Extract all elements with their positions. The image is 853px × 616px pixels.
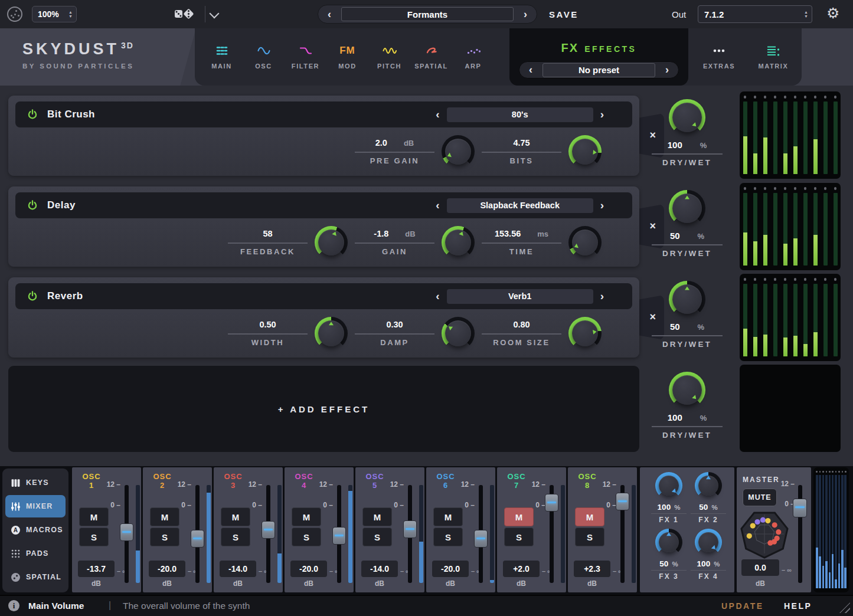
dry-wet-value[interactable]: 50	[670, 322, 680, 332]
param-value[interactable]: 153.56	[495, 229, 521, 238]
output-format-selector[interactable]: 7.1.2 ▲▼	[698, 5, 812, 23]
sidebar-item-macros[interactable]: AMACROS	[5, 519, 66, 541]
fader-handle[interactable]	[545, 494, 558, 512]
fx-send-knob[interactable]	[655, 472, 682, 499]
effect-preset-name[interactable]: Slapback Feedback	[447, 198, 593, 213]
next-preset-arrow[interactable]: ›	[514, 8, 537, 21]
power-icon[interactable]	[27, 109, 38, 120]
master-fader[interactable]	[798, 485, 802, 583]
fx-send-knob[interactable]	[655, 529, 682, 556]
update-button[interactable]: UPDATE	[721, 601, 764, 611]
volume-fader[interactable]	[266, 485, 270, 583]
dry-wet-knob[interactable]	[669, 99, 705, 136]
param-value[interactable]: 0.50	[259, 320, 276, 329]
dry-wet-knob[interactable]	[669, 372, 705, 408]
prev-preset-arrow[interactable]: ‹	[436, 108, 439, 121]
settings-gear-icon[interactable]: ⚙	[826, 5, 839, 22]
volume-fader[interactable]	[620, 485, 625, 583]
fader-handle[interactable]	[616, 493, 629, 510]
mute-button[interactable]: M	[79, 507, 109, 526]
dry-wet-value[interactable]: 100	[668, 412, 682, 422]
sidebar-item-mixer[interactable]: MIXER	[5, 495, 66, 517]
power-icon[interactable]	[27, 291, 38, 302]
prev-preset-arrow[interactable]: ‹	[436, 199, 439, 212]
tab-arp[interactable]: ARP	[452, 28, 494, 86]
effect-preset-name[interactable]: Verb1	[447, 289, 593, 304]
next-preset-arrow[interactable]: ›	[600, 108, 604, 121]
solo-button[interactable]: S	[292, 527, 321, 546]
solo-button[interactable]: S	[504, 527, 534, 546]
param-knob[interactable]	[568, 226, 602, 259]
spatial-pad[interactable]	[739, 509, 790, 562]
zoom-selector[interactable]: 100% ▲▼	[32, 6, 77, 22]
mute-button[interactable]: M	[504, 507, 534, 526]
param-knob[interactable]	[442, 317, 475, 350]
param-value[interactable]: 58	[263, 229, 272, 238]
fader-handle[interactable]	[191, 530, 204, 548]
add-effect-button[interactable]: + ADD EFFECT	[8, 366, 639, 452]
volume-fader[interactable]	[195, 485, 200, 583]
param-knob[interactable]	[568, 135, 602, 168]
global-preset-selector[interactable]: ‹ Formants ›	[318, 5, 537, 24]
dry-wet-value[interactable]: 50	[670, 231, 680, 241]
mute-button[interactable]: M	[150, 507, 179, 526]
mute-button[interactable]: M	[575, 507, 604, 526]
dry-wet-knob[interactable]	[669, 190, 705, 227]
solo-button[interactable]: S	[575, 527, 604, 546]
fx-send-knob[interactable]	[695, 472, 722, 499]
dry-wet-value[interactable]: 100	[668, 140, 682, 150]
sidebar-item-keys[interactable]: KEYS	[5, 471, 66, 494]
channel-volume-value[interactable]: -20.0	[432, 561, 469, 577]
param-knob[interactable]	[568, 317, 602, 350]
randomize-dice-icon[interactable]	[175, 7, 196, 22]
fx-send-value[interactable]: 50	[659, 559, 668, 568]
solo-button[interactable]: S	[79, 527, 109, 546]
mute-button[interactable]: M	[292, 507, 321, 526]
param-knob[interactable]	[442, 226, 475, 259]
tab-fx-effects-active[interactable]: FXEFFECTS ‹ No preset ›	[509, 28, 688, 86]
volume-fader[interactable]	[479, 485, 483, 583]
chevron-down-icon[interactable]	[210, 9, 220, 19]
next-preset-arrow[interactable]: ›	[600, 199, 604, 212]
volume-fader[interactable]	[550, 485, 554, 583]
tab-mod[interactable]: FMMOD	[326, 28, 368, 86]
channel-volume-value[interactable]: -14.0	[361, 561, 398, 577]
zoom-stepper[interactable]: ▲▼	[68, 10, 73, 18]
fx-send-knob[interactable]	[695, 529, 722, 556]
effect-preset-name[interactable]: 80's	[447, 107, 593, 122]
fader-handle[interactable]	[403, 520, 417, 538]
volume-fader[interactable]	[337, 485, 341, 583]
effect-preset-selector[interactable]: ‹Verb1›	[436, 289, 604, 304]
fader-handle[interactable]	[262, 521, 275, 539]
volume-fader[interactable]	[408, 485, 412, 583]
master-mute-button[interactable]: MUTE	[743, 489, 777, 506]
output-stepper[interactable]: ▲▼	[804, 10, 808, 18]
fader-handle[interactable]	[474, 530, 488, 548]
fx-preset-selector[interactable]: ‹ No preset ›	[519, 61, 679, 78]
help-button[interactable]: HELP	[784, 601, 812, 611]
fx-preset-name[interactable]: No preset	[542, 63, 655, 77]
channel-volume-value[interactable]: -14.0	[220, 561, 256, 577]
tab-extras[interactable]: EXTRAS	[695, 28, 743, 86]
solo-button[interactable]: S	[150, 527, 179, 546]
solo-button[interactable]: S	[221, 527, 250, 546]
param-knob[interactable]	[315, 226, 348, 259]
channel-volume-value[interactable]: +2.0	[503, 561, 540, 577]
fx-send-value[interactable]: 100	[697, 559, 711, 568]
save-button[interactable]: SAVE	[549, 9, 579, 19]
next-preset-arrow[interactable]: ›	[600, 290, 604, 303]
prev-preset-arrow[interactable]: ‹	[318, 8, 341, 21]
param-value[interactable]: 0.30	[386, 320, 403, 329]
tab-matrix[interactable]: MATRIX	[750, 28, 797, 86]
fx-send-value[interactable]: 100	[658, 503, 671, 512]
power-icon[interactable]	[27, 200, 38, 211]
sidebar-item-spatial[interactable]: SPATIAL	[5, 566, 66, 588]
param-value[interactable]: 0.80	[513, 320, 530, 329]
tab-spatial[interactable]: SPATIAL	[410, 28, 452, 86]
param-value[interactable]: -1.8	[374, 229, 388, 238]
solo-button[interactable]: S	[362, 527, 392, 546]
sidebar-item-pads[interactable]: PADS	[5, 542, 66, 565]
prev-preset-arrow[interactable]: ‹	[436, 290, 439, 303]
fx-send-value[interactable]: 50	[699, 503, 708, 512]
param-knob[interactable]	[442, 135, 475, 168]
